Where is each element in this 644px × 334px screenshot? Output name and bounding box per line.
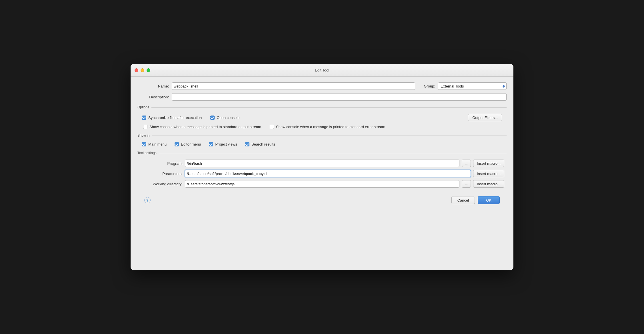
output-filters-button[interactable]: Output Filters... <box>468 114 502 121</box>
sync-files-label: Synchronize files after execution <box>148 116 202 120</box>
tool-settings-divider <box>159 153 507 153</box>
project-views-checkbox[interactable] <box>209 142 213 146</box>
open-console-checkbox-label[interactable]: Open console <box>210 116 239 120</box>
working-directory-label: Working directory: <box>140 182 183 186</box>
maximize-button[interactable] <box>147 68 150 72</box>
traffic-lights <box>135 68 150 72</box>
options-title: Options <box>137 105 151 109</box>
working-directory-insert-macro-button[interactable]: Insert macro... <box>473 180 504 188</box>
search-results-checkbox-label[interactable]: Search results <box>245 142 275 146</box>
editor-menu-checkbox[interactable] <box>175 142 179 146</box>
program-input[interactable] <box>185 160 459 167</box>
search-results-checkbox[interactable] <box>245 142 249 146</box>
show-console-stdout-checkbox[interactable] <box>143 125 147 129</box>
search-results-label: Search results <box>251 142 275 146</box>
parameters-input[interactable] <box>185 170 471 177</box>
program-ellipsis-button[interactable]: ... <box>462 160 471 167</box>
description-row: Description: <box>137 93 507 101</box>
cancel-button[interactable]: Cancel <box>451 196 475 204</box>
working-directory-ellipsis-button[interactable]: ... <box>462 180 471 188</box>
parameters-row: Parameters: Insert macro... <box>140 170 504 177</box>
show-in-divider <box>152 136 507 136</box>
open-console-label: Open console <box>217 116 239 120</box>
dialog-content: Name: Group: External Tools Description:… <box>131 77 513 216</box>
show-console-stderr-label[interactable]: Show console when a message is printed t… <box>270 125 385 129</box>
options-row1: Synchronize files after execution Open c… <box>142 114 502 121</box>
group-select-wrapper: External Tools <box>438 82 507 90</box>
options-section-header: Options <box>137 105 507 109</box>
editor-menu-checkbox-label[interactable]: Editor menu <box>175 142 201 146</box>
main-menu-checkbox[interactable] <box>142 142 146 146</box>
description-label: Description: <box>137 95 169 99</box>
help-button[interactable]: ? <box>144 197 151 203</box>
working-directory-row: Working directory: ... Insert macro... <box>140 180 504 188</box>
title-bar: Edit Tool <box>131 64 513 77</box>
project-views-label: Project views <box>215 142 237 146</box>
group-label: Group: <box>418 84 435 88</box>
program-label: Program: <box>140 161 183 166</box>
program-insert-macro-button[interactable]: Insert macro... <box>473 160 504 167</box>
show-console-stderr-checkbox[interactable] <box>270 125 274 129</box>
options-left: Synchronize files after execution Open c… <box>142 116 239 120</box>
project-views-checkbox-label[interactable]: Project views <box>209 142 237 146</box>
working-directory-input[interactable] <box>185 180 459 188</box>
footer: ? Cancel OK <box>137 190 507 210</box>
parameters-label: Parameters: <box>140 172 183 176</box>
show-console-stderr-text: Show console when a message is printed t… <box>276 125 385 129</box>
show-console-stdout-label[interactable]: Show console when a message is printed t… <box>143 125 261 129</box>
parameters-insert-macro-button[interactable]: Insert macro... <box>473 170 504 177</box>
name-group-row: Name: Group: External Tools <box>137 82 507 90</box>
show-console-stdout-text: Show console when a message is printed t… <box>149 125 261 129</box>
window-title: Edit Tool <box>315 68 329 72</box>
options-row2: Show console when a message is printed t… <box>142 125 502 129</box>
edit-tool-window: Edit Tool Name: Group: External Tools De… <box>131 64 513 270</box>
name-input[interactable] <box>172 82 415 90</box>
description-input[interactable] <box>172 93 507 101</box>
options-section: Synchronize files after execution Open c… <box>137 114 507 129</box>
tool-settings-section: Program: ... Insert macro... Parameters:… <box>137 160 507 188</box>
show-in-section-header: Show in <box>137 134 507 138</box>
sync-files-checkbox-label[interactable]: Synchronize files after execution <box>142 116 202 120</box>
show-in-section: Main menu Editor menu Project views Sear… <box>137 142 507 146</box>
show-in-title: Show in <box>137 134 152 138</box>
main-menu-checkbox-label[interactable]: Main menu <box>142 142 167 146</box>
sync-files-checkbox[interactable] <box>142 116 146 120</box>
close-button[interactable] <box>135 68 138 72</box>
minimize-button[interactable] <box>141 68 144 72</box>
name-label: Name: <box>137 84 169 88</box>
show-in-row: Main menu Editor menu Project views Sear… <box>142 142 502 146</box>
program-row: Program: ... Insert macro... <box>140 160 504 167</box>
editor-menu-label: Editor menu <box>181 142 201 146</box>
options-divider <box>151 107 507 108</box>
ok-button[interactable]: OK <box>478 196 500 204</box>
tool-settings-section-header: Tool settings <box>137 151 507 155</box>
group-select[interactable]: External Tools <box>438 82 507 90</box>
tool-settings-title: Tool settings <box>137 151 159 155</box>
open-console-checkbox[interactable] <box>210 116 215 120</box>
footer-buttons: Cancel OK <box>451 196 500 204</box>
main-menu-label: Main menu <box>148 142 167 146</box>
